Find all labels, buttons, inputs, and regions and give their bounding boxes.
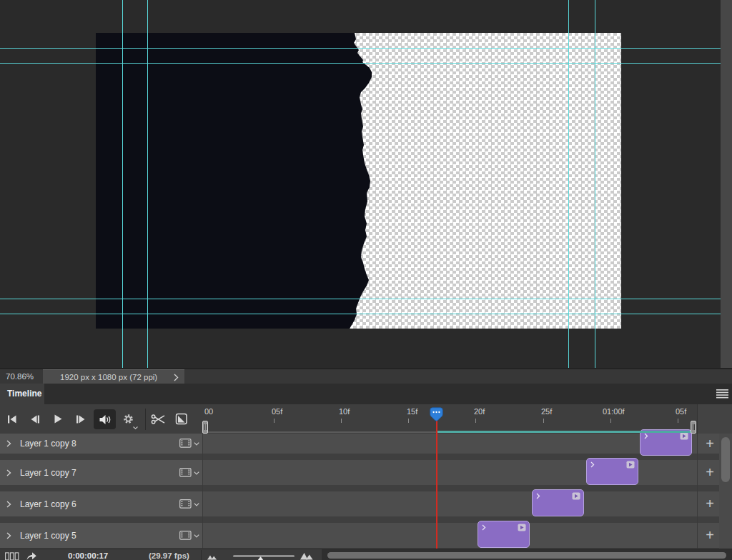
track-filter-caret-icon[interactable] xyxy=(194,534,199,538)
mute-audio-button[interactable] xyxy=(94,409,116,429)
convert-to-frame-animation-icon[interactable] xyxy=(5,552,19,560)
track-header[interactable]: Layer 1 copy 5 xyxy=(0,523,202,548)
track-filter-caret-icon[interactable] xyxy=(194,471,199,475)
track-filter-caret-icon[interactable] xyxy=(194,442,199,446)
zoom-out-mountains-icon[interactable] xyxy=(207,553,217,560)
video-clip-badge-icon xyxy=(518,524,526,531)
work-area-start-handle[interactable] xyxy=(202,421,208,434)
guide-horizontal-4[interactable] xyxy=(0,314,721,314)
work-area-end-handle[interactable] xyxy=(691,421,696,434)
first-frame-icon xyxy=(6,414,18,424)
previous-frame-icon xyxy=(29,414,41,424)
ruler-tick-label: 00 xyxy=(204,407,213,416)
video-track-icon[interactable] xyxy=(179,531,192,540)
play-button[interactable] xyxy=(51,413,64,425)
guide-vertical-2[interactable] xyxy=(147,0,148,368)
clip-layer-1-copy-6[interactable] xyxy=(532,489,584,516)
zoom-in-mountains-icon[interactable] xyxy=(300,551,315,560)
track-label: Layer 1 copy 7 xyxy=(20,468,76,478)
track-row-layer-1-copy-8[interactable]: Layer 1 copy 8 xyxy=(0,434,719,454)
work-area-preview-bar xyxy=(437,431,694,433)
zoom-slider-thumb[interactable] xyxy=(257,556,264,560)
guide-horizontal-2[interactable] xyxy=(0,63,721,64)
add-media-button[interactable]: + xyxy=(701,464,718,481)
work-area-bar xyxy=(202,431,437,433)
video-track-icon[interactable] xyxy=(179,439,192,448)
tab-timeline[interactable]: Timeline xyxy=(0,384,44,404)
add-media-button[interactable]: + xyxy=(701,496,718,513)
video-clip-badge-icon xyxy=(626,461,635,469)
clip-chevron-icon[interactable] xyxy=(590,461,595,468)
clip-layer-1-copy-8[interactable] xyxy=(640,429,692,456)
zoom-level-field[interactable]: 70.86% xyxy=(6,369,41,384)
document-vertical-scrollbar[interactable] xyxy=(721,0,732,369)
timeline-ruler[interactable]: 00 05f 10f 15f 20f 25f 01:00f 05f xyxy=(202,404,697,434)
document-info-chip[interactable]: 1920 px x 1080 px (72 ppi) xyxy=(43,369,184,384)
ruler-tick xyxy=(543,419,544,423)
track-header[interactable]: Layer 1 copy 6 xyxy=(0,491,202,516)
ruler-tick-label: 20f xyxy=(474,407,485,416)
track-header[interactable]: Layer 1 copy 7 xyxy=(0,460,202,485)
add-media-button[interactable]: + xyxy=(701,436,718,453)
current-time-display[interactable]: 0:00:00:17 xyxy=(68,551,108,560)
video-clip-badge-icon xyxy=(572,492,580,500)
next-frame-icon xyxy=(75,414,86,424)
plus-column-divider xyxy=(697,434,698,549)
clip-chevron-icon[interactable] xyxy=(482,524,486,531)
guide-vertical-4[interactable] xyxy=(595,0,595,368)
ruler-tick xyxy=(408,419,409,423)
track-label: Layer 1 copy 5 xyxy=(20,531,76,541)
video-track-icon[interactable] xyxy=(179,499,192,509)
track-row-layer-1-copy-5[interactable]: Layer 1 copy 5 xyxy=(0,523,719,548)
guide-vertical-3[interactable] xyxy=(568,0,569,368)
timeline-horizontal-scrollbar[interactable] xyxy=(322,549,732,560)
timeline-vertical-scrollbar[interactable] xyxy=(719,434,732,549)
document-canvas[interactable] xyxy=(96,33,621,329)
expand-chevron-icon[interactable] xyxy=(6,469,11,476)
next-frame-button[interactable] xyxy=(74,413,87,425)
transitions-button[interactable] xyxy=(174,413,189,425)
transition-icon xyxy=(175,413,188,425)
video-track-icon[interactable] xyxy=(179,468,192,477)
scrollbar-thumb[interactable] xyxy=(721,437,730,482)
split-at-playhead-button[interactable] xyxy=(150,413,167,425)
timeline-tracks-area: Layer 1 copy 8 Layer 1 copy 7 xyxy=(0,434,719,549)
frame-rate-label: (29.97 fps) xyxy=(149,551,189,560)
timeline-settings-button[interactable] xyxy=(122,413,134,425)
clip-chevron-icon[interactable] xyxy=(644,433,648,439)
clip-layer-1-copy-5[interactable] xyxy=(478,521,530,548)
ruler-tick-label: 15f xyxy=(407,407,417,416)
ruler-tick-label: 05f xyxy=(676,407,686,416)
scrollbar-thumb[interactable] xyxy=(327,552,726,559)
render-video-icon[interactable] xyxy=(26,551,37,560)
panel-menu-icon[interactable] xyxy=(716,389,729,399)
previous-frame-button[interactable] xyxy=(29,413,41,425)
expand-chevron-icon[interactable] xyxy=(6,440,11,447)
timeline-panel-tabbar: Timeline xyxy=(0,384,732,404)
ruler-tick xyxy=(341,419,342,423)
timeline-zoom-slider[interactable] xyxy=(233,555,295,557)
guide-vertical-1[interactable] xyxy=(122,0,123,368)
expand-chevron-icon[interactable] xyxy=(6,532,11,539)
gear-icon xyxy=(122,413,134,425)
track-row-layer-1-copy-6[interactable]: Layer 1 copy 6 xyxy=(0,491,719,516)
track-header[interactable]: Layer 1 copy 8 xyxy=(0,434,202,454)
go-to-first-frame-button[interactable] xyxy=(6,413,19,425)
ruler-tick-label: 25f xyxy=(541,407,552,416)
track-filter-caret-icon[interactable] xyxy=(194,503,199,506)
torn-paper-layer xyxy=(96,33,621,329)
clip-layer-1-copy-7[interactable] xyxy=(586,458,638,485)
expand-chevron-icon[interactable] xyxy=(6,501,11,508)
guide-horizontal-3[interactable] xyxy=(0,299,721,299)
track-label: Layer 1 copy 8 xyxy=(20,439,76,449)
playhead-marker[interactable] xyxy=(430,407,443,421)
guide-horizontal-1[interactable] xyxy=(0,48,721,49)
add-media-button[interactable]: + xyxy=(701,527,718,544)
clip-chevron-icon[interactable] xyxy=(536,493,540,499)
ruler-tick-label: 05f xyxy=(272,407,282,416)
ruler-tick-label: 01:00f xyxy=(603,407,625,416)
document-info-label: 1920 px x 1080 px (72 ppi) xyxy=(60,370,157,384)
playhead-line xyxy=(436,420,437,549)
play-icon xyxy=(52,414,64,424)
document-status-bar: 70.86% 1920 px x 1080 px (72 ppi) xyxy=(0,369,732,384)
